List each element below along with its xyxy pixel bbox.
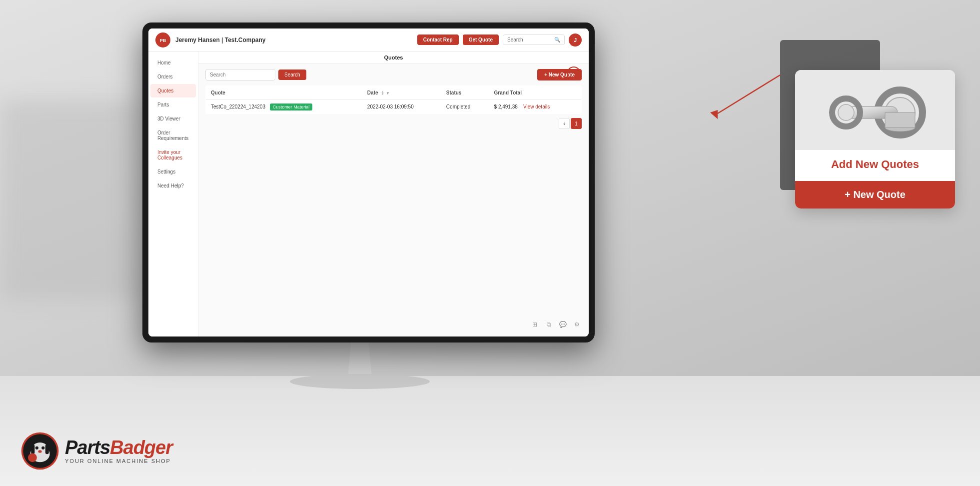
eye-right [41,446,44,450]
view-details-link[interactable]: View details [523,104,550,110]
app-header: PB Jeremy Hansen | Test.Company Contact … [148,28,589,52]
col-quote: Quote [206,86,362,100]
header-left: PB Jeremy Hansen | Test.Company [155,32,266,48]
part-illustration [820,78,930,142]
pagination: ‹ 1 [205,118,582,129]
brand-area: PartsBadger YOUR ONLINE MACHINE SHOP [20,431,172,471]
brand-logo-svg [20,431,60,471]
monitor-screen: PB Jeremy Hansen | Test.Company Contact … [148,28,589,336]
stripe-left [31,444,34,454]
eye-left [35,446,38,450]
app-logo: PB [155,32,170,48]
sidebar-item-help[interactable]: Need Help? [150,179,196,192]
sort-icon: ⇕ [381,91,384,96]
sidebar-item-invite[interactable]: Invite your Colleagues [150,146,196,164]
bottom-icons: ⊞ ⧉ 💬 ⚙ [530,320,582,330]
brand-parts: Parts [65,437,110,458]
sidebar-item-orders[interactable]: Orders [150,70,196,84]
search-row: Search [205,69,306,80]
quotes-table: Quote Date ⇕ ▼ Status [205,86,582,114]
search-icon: 🔍 [554,37,560,42]
svg-text:PB: PB [160,38,166,42]
brand-text-area: PartsBadger YOUR ONLINE MACHINE SHOP [65,438,172,464]
small-ring-inner [838,104,854,120]
search-button[interactable]: Search [278,70,306,80]
col-grand-total: Grand Total [489,86,582,100]
red-circle [28,453,37,462]
brand-tagline: YOUR ONLINE MACHINE SHOP [65,458,172,464]
table-row: TestCo_220224_124203 Customer Material 2… [206,100,582,114]
col-status: Status [441,86,489,100]
grid-icon[interactable]: ⊞ [530,320,540,330]
header-right: Contact Rep Get Quote 🔍 J [417,34,582,46]
sidebar-item-quotes[interactable]: Quotes [150,84,196,98]
cylinder-body [885,112,915,128]
get-quote-button[interactable]: Get Quote [463,34,499,45]
annotation-title: Add New Quotes [805,158,945,171]
main-content: Quotes Search + New Quote [198,52,589,336]
sidebar-item-settings[interactable]: Settings [150,165,196,178]
cell-date: 2022-02-03 16:09:50 [362,100,441,114]
page-title: Quotes [198,52,589,64]
badger-nose [38,450,41,452]
avatar: J [569,34,582,46]
stripe-right [45,444,49,454]
header-search-box: 🔍 [503,34,565,45]
filter-icon: ▼ [386,91,390,96]
app-layout: Home Orders Quotes Parts 3D Viewer Order… [148,52,589,336]
sidebar-item-order-requirements[interactable]: Order Requirements [150,126,196,145]
prev-page-button[interactable]: ‹ [559,118,570,129]
header-search-input[interactable] [507,37,552,42]
toolbar-row: Search + New Quote [205,69,582,80]
annotation-card: Add New Quotes + New Quote [795,70,955,208]
monitor: PB Jeremy Hansen | Test.Company Contact … [142,22,595,342]
main-search-input[interactable] [205,69,275,80]
annotation-text-area: Add New Quotes [795,150,955,181]
company-name: Jeremy Hansen | Test.Company [175,36,266,44]
sidebar-item-parts[interactable]: Parts [150,98,196,112]
page-1-button[interactable]: 1 [571,118,582,129]
bg-decoration-left [0,100,150,300]
content-area: Search + New Quote Quote [198,64,589,134]
monitor-stand-base [290,374,430,389]
brand-name: PartsBadger [65,438,172,457]
annotation-image [795,70,955,150]
cell-grand-total: $ 2,491.38 View details [489,100,582,114]
sidebar: Home Orders Quotes Parts 3D Viewer Order… [148,52,198,336]
copy-icon[interactable]: ⧉ [544,320,554,330]
circle-indicator [567,66,581,80]
cell-status: Completed [441,100,489,114]
brand-badger: Badger [110,437,172,458]
annotation-new-quote-button[interactable]: + New Quote [795,181,955,208]
customer-material-badge: Customer Material [270,104,313,110]
contact-rep-button[interactable]: Contact Rep [417,34,459,45]
cell-quote: TestCo_220224_124203 Customer Material [206,100,362,114]
new-quote-container: + New Quote [537,69,582,80]
sidebar-item-home[interactable]: Home [150,56,196,70]
settings-icon[interactable]: ⚙ [572,320,582,330]
sidebar-item-3dviewer[interactable]: 3D Viewer [150,112,196,126]
chat-icon[interactable]: 💬 [558,320,568,330]
col-date[interactable]: Date ⇕ ▼ [362,86,441,100]
